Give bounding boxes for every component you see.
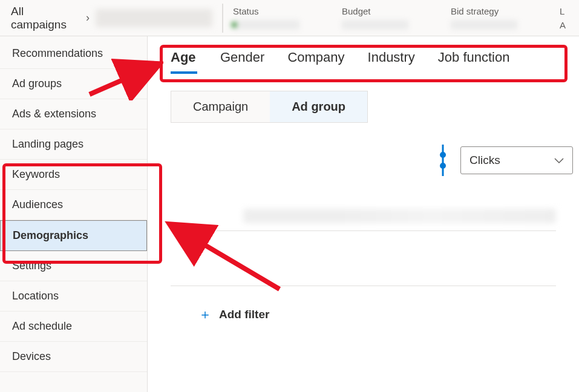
content-row-redacted — [171, 209, 556, 231]
scope-tab-campaign[interactable]: Campaign — [171, 91, 270, 122]
stat-bid-strategy-value-redacted — [451, 20, 517, 30]
tab-industry[interactable]: Industry — [368, 50, 415, 82]
status-dot-icon — [232, 22, 237, 27]
main-content: AgeGenderCompanyIndustryJob function Cam… — [148, 36, 579, 392]
stat-bid-strategy: Bid strategy — [451, 6, 523, 30]
sidebar-item-demographics[interactable]: Demographics — [0, 220, 147, 251]
breadcrumb-current-redacted — [96, 9, 212, 27]
campaign-stats: Status Budget Bid strategy L A — [233, 6, 568, 30]
stat-status: Status — [233, 6, 306, 30]
sidebar-item-audiences[interactable]: Audiences — [0, 190, 147, 220]
top-bar: All campaigns › Status Budget Bid strate… — [0, 0, 579, 36]
svg-point-2 — [440, 163, 446, 169]
chevron-down-icon — [554, 154, 564, 167]
redacted-text — [243, 209, 556, 223]
slider-handle-icon[interactable] — [439, 145, 447, 176]
sidebar-item-recommendations[interactable]: Recommendations — [0, 39, 147, 69]
tab-job-function[interactable]: Job function — [438, 50, 510, 82]
divider — [171, 286, 556, 286]
vertical-divider — [222, 4, 223, 33]
scope-tab-ad-group[interactable]: Ad group — [270, 91, 367, 122]
chart-controls: Clicks — [148, 123, 579, 176]
sidebar-item-ads-extensions[interactable]: Ads & extensions — [0, 99, 147, 129]
svg-point-1 — [440, 152, 446, 158]
tab-age[interactable]: Age — [171, 50, 197, 82]
sidebar-item-ad-groups[interactable]: Ad groups — [0, 69, 147, 99]
breadcrumb[interactable]: All campaigns › — [11, 5, 212, 31]
breadcrumb-root[interactable]: All campaigns — [11, 5, 80, 31]
add-filter-button[interactable]: ＋ Add filter — [198, 305, 579, 324]
stat-status-label: Status — [233, 6, 306, 16]
stat-budget: Budget — [342, 6, 414, 30]
tab-company[interactable]: Company — [287, 50, 344, 82]
sidebar-item-settings[interactable]: Settings — [0, 251, 147, 281]
sidebar: RecommendationsAd groupsAds & extensions… — [0, 36, 148, 392]
metric-dropdown[interactable]: Clicks — [460, 146, 573, 174]
metric-dropdown-value: Clicks — [469, 154, 500, 167]
stat-last-value-prefix: A — [560, 20, 568, 30]
chevron-right-icon: › — [86, 11, 90, 24]
stat-bid-strategy-label: Bid strategy — [451, 6, 523, 16]
sidebar-item-keywords[interactable]: Keywords — [0, 160, 147, 190]
demographics-tabs: AgeGenderCompanyIndustryJob function — [148, 36, 579, 82]
sidebar-item-locations[interactable]: Locations — [0, 281, 147, 312]
sidebar-item-ad-schedule[interactable]: Ad schedule — [0, 312, 147, 342]
sidebar-item-devices[interactable]: Devices — [0, 342, 147, 372]
scope-tabs: Campaign Ad group — [171, 91, 368, 123]
sidebar-item-landing-pages[interactable]: Landing pages — [0, 129, 147, 160]
stat-last: L A — [560, 6, 568, 30]
plus-icon: ＋ — [198, 305, 212, 324]
stat-status-value-redacted — [233, 20, 299, 30]
stat-budget-value-redacted — [342, 20, 408, 30]
stat-last-label: L — [560, 6, 568, 16]
tab-gender[interactable]: Gender — [220, 50, 264, 82]
add-filter-label: Add filter — [219, 308, 269, 321]
stat-budget-label: Budget — [342, 6, 414, 16]
